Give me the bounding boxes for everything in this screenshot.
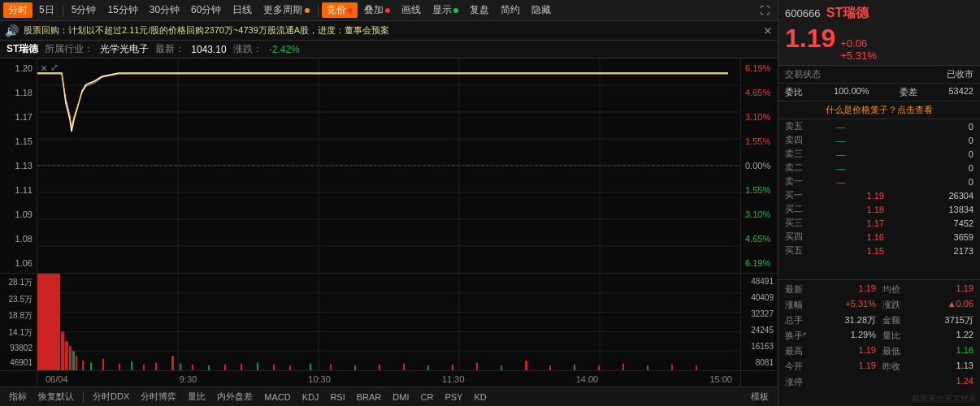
stat-jinri-val: 1.19 xyxy=(859,361,876,373)
y-label-5: 1.11 xyxy=(2,185,35,195)
tab-30min[interactable]: 30分钟 xyxy=(145,2,184,18)
vol-y-2: 18.8万 xyxy=(2,310,35,322)
ob-sell-4: 卖四 — 0 xyxy=(782,133,977,147)
bottom-btn-huifu[interactable]: 恢复默认 xyxy=(34,390,78,404)
industry-val: 光学光电子 xyxy=(100,42,149,56)
stat-zuori: 昨收 1.13 xyxy=(879,359,977,374)
btn-diejia[interactable]: 叠加 xyxy=(359,2,395,18)
bottom-btn-brar[interactable]: BRAR xyxy=(353,391,386,403)
bottom-btn-liangbi[interactable]: 量比 xyxy=(184,390,210,404)
stat-zuigao-label: 最高 xyxy=(785,345,803,357)
tab-more[interactable]: 更多周期 xyxy=(258,2,314,18)
vol-yr-0: 48491 xyxy=(743,277,776,286)
bottom-btn-macd[interactable]: MACD xyxy=(260,391,294,403)
diejia-dot xyxy=(385,8,390,13)
chart-controls: × ⤢ xyxy=(41,62,59,75)
vol-bar-5 xyxy=(76,356,77,370)
btn-huaxian[interactable]: 画线 xyxy=(397,2,426,18)
vol-yr-5: 8081 xyxy=(743,358,776,367)
vol-bar-33 xyxy=(574,365,575,370)
bottom-bar: 指标 恢复默认 分时DDX 分时博弈 量比 内外盘差 MACD KDJ RSI … xyxy=(0,387,778,406)
bottom-btn-fenshi-boyi[interactable]: 分时博弈 xyxy=(137,390,180,404)
stat-zuigao: 最高 1.19 xyxy=(782,343,879,359)
vol-bar-25 xyxy=(379,365,380,370)
y-label-1: 1.18 xyxy=(2,88,35,97)
ob-sell4-label: 卖四 xyxy=(785,134,806,146)
tab-60min[interactable]: 60分钟 xyxy=(186,2,226,18)
bottom-btn-moban[interactable]: 模板 xyxy=(747,390,773,404)
toolbar: 分时 5日 5分钟 15分钟 30分钟 60分钟 日线 更多周期 竞价 叠加 画… xyxy=(0,0,778,21)
bottom-btn-rsi[interactable]: RSI xyxy=(326,391,349,403)
ob-buy2-qty: 13834 xyxy=(933,205,973,214)
btn-jianyue[interactable]: 简约 xyxy=(496,2,525,18)
vol-yr-2: 32327 xyxy=(743,309,776,318)
tab-5min[interactable]: 5分钟 xyxy=(67,2,102,18)
vol-bar-7 xyxy=(90,362,92,370)
trade-status-row: 交易状态 已收市 xyxy=(778,66,980,84)
weibo-label: 委比 xyxy=(785,86,803,98)
vol-bar-26 xyxy=(403,364,405,370)
y-right-5: 1.55% xyxy=(743,185,776,195)
vol-bar-19 xyxy=(257,362,258,370)
bottom-btn-dmi[interactable]: DMI xyxy=(388,391,413,403)
vol-y-0: 28.1万 xyxy=(2,277,35,288)
btn-jingpai[interactable]: 竞价 xyxy=(322,2,358,18)
chart-close-icon[interactable]: × xyxy=(41,62,47,75)
bottom-sep-1 xyxy=(83,391,84,403)
bottom-btn-fenshi-ddx[interactable]: 分时DDX xyxy=(89,390,133,404)
ob-sell2-qty: 0 xyxy=(933,163,973,173)
vol-bar-36 xyxy=(647,365,648,370)
btn-fupan[interactable]: 复盘 xyxy=(465,2,494,18)
bottom-btn-kdj[interactable]: KDJ xyxy=(298,391,323,403)
stat-zhang: 涨停 1.24 xyxy=(782,374,977,390)
weisha-label: 委差 xyxy=(900,86,917,98)
vol-bar-13 xyxy=(171,356,174,370)
trade-status-val: 已收市 xyxy=(947,68,973,80)
ob-buy5-price: 1.15 xyxy=(855,246,884,256)
chart-expand-icon[interactable]: ⤢ xyxy=(50,62,59,75)
vol-bar-28 xyxy=(452,365,453,370)
tab-5day[interactable]: 5日 xyxy=(34,2,59,18)
vol-bar-16 xyxy=(208,365,210,370)
stats-grid: 最新 1.19 均价 1.19 涨幅 +5.31% 涨跌 ▲0.06 总手 31… xyxy=(778,279,980,391)
tab-fenshi[interactable]: 分时 xyxy=(3,2,33,18)
vol-bar-9 xyxy=(119,364,120,370)
vol-bar-11 xyxy=(143,365,145,370)
stat-zuixin-label: 最新 xyxy=(785,283,803,296)
ob-sell-3: 卖三 — 0 xyxy=(782,147,977,161)
industry-label: 所属行业： xyxy=(45,42,93,56)
bottom-btn-cr[interactable]: CR xyxy=(416,391,437,403)
vol-bar-32 xyxy=(549,365,551,370)
stat-zhangfu-val: +5.31% xyxy=(845,299,876,311)
stat-zongshou: 总手 31.28万 xyxy=(782,313,879,328)
ob-sell-5: 卖五 — 0 xyxy=(782,119,977,133)
y-label-3: 1.15 xyxy=(2,136,35,146)
ob-sell2-label: 卖二 xyxy=(785,162,806,174)
y-right-2: 3.10% xyxy=(743,112,776,122)
cage-notice[interactable]: 什么是价格笼子？点击查看 xyxy=(778,102,980,119)
vol-bar-21 xyxy=(289,365,291,370)
ob-sell1-label: 卖一 xyxy=(785,175,806,188)
bottom-btn-kd[interactable]: KD xyxy=(470,391,490,403)
tab-daily[interactable]: 日线 xyxy=(228,2,257,18)
vol-yr-1: 40409 xyxy=(743,293,776,302)
stat-zhangfu-label: 涨幅 xyxy=(785,299,803,311)
ob-buy3-label: 买三 xyxy=(785,217,806,229)
vol-yr-3: 24245 xyxy=(743,326,776,335)
stat-zuidi-val: 1.16 xyxy=(956,345,973,357)
tab-15min[interactable]: 15分钟 xyxy=(102,2,142,18)
bottom-btn-neiwai[interactable]: 内外盘差 xyxy=(213,390,257,404)
btn-xianshi[interactable]: 显示 xyxy=(427,2,463,18)
btn-expand[interactable]: ⛶ xyxy=(755,4,774,17)
bottom-btn-zhibiao[interactable]: 指标 xyxy=(5,390,31,404)
vol-bar-23 xyxy=(330,365,332,370)
x-label-1: 9:30 xyxy=(180,374,197,384)
x-label-0: 06/04 xyxy=(46,374,68,384)
vol-y-right: 48491 40409 32327 24245 16163 8081 xyxy=(740,274,778,370)
stat-zhang-val: 1.24 xyxy=(956,376,973,388)
stat-jine: 金额 3715万 xyxy=(879,313,977,328)
btn-yincang[interactable]: 隐藏 xyxy=(527,2,556,18)
bottom-btn-psy[interactable]: PSY xyxy=(440,391,466,403)
news-close-icon[interactable]: ✕ xyxy=(763,24,773,37)
y-axis-left: 1.20 1.18 1.17 1.15 1.13 1.11 1.09 1.08 … xyxy=(0,58,37,273)
